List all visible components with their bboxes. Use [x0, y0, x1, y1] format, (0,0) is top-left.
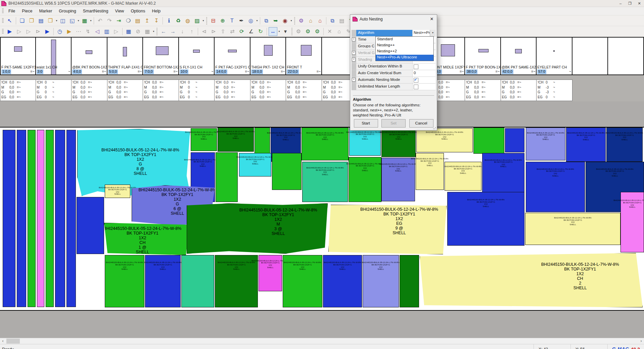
piece-cell-9[interactable]: FRONT T22:0,0=~ — [286, 37, 322, 75]
save-marker-icon[interactable]: ▤ — [37, 16, 45, 25]
marker-log-icon[interactable]: ▤ — [133, 16, 142, 25]
recycle-icon[interactable]: ♻ — [174, 16, 183, 25]
excel-export-dropdown-icon[interactable]: ▾ — [89, 19, 92, 22]
dropdown-option-4[interactable]: Nest++Pro-Ai Ultracore — [376, 55, 433, 61]
checkbox-checked[interactable] — [414, 78, 418, 83]
rotate-point-icon[interactable]: ↻ — [256, 27, 265, 36]
pair-pieces-icon[interactable]: ⧉ — [328, 16, 337, 25]
property-row-unlimited-marker-length[interactable]: Unlimited Marker Length — [352, 84, 435, 90]
property-value[interactable]: Nest++Pr▾ — [413, 30, 435, 36]
piece-settings-icon[interactable]: ⚙ — [297, 16, 306, 25]
marker-piece-3[interactable] — [28, 130, 36, 307]
announce-icon[interactable]: ◁ — [93, 27, 102, 36]
piece-cell-5[interactable]: FRONT BOTTOM-1X2FY1 CH7:0,0=~ — [143, 37, 179, 75]
marker-piece-2[interactable] — [17, 130, 26, 307]
marker-canvas[interactable]: BHI2445150-BULK-05-12-24-L-7%-W-8%BK TOP… — [0, 127, 644, 311]
expand-icon[interactable]: + — [352, 78, 356, 82]
marker-piece-10[interactable]: BHI2445150-BULK-05-12-24-L-7%-W-8%BK BOT… — [218, 128, 254, 152]
marker-piece-29[interactable]: BHI2445150-BULK-05-12-24-L-7%-W-8%BK BOT… — [416, 153, 444, 190]
marker-piece-13[interactable]: BHI2445150-BULK-05-12-24-L-7%-W-8%BK BOT… — [302, 128, 349, 160]
scrollbar-thumb[interactable] — [6, 339, 20, 344]
script-edit-dropdown-icon[interactable]: ▾ — [202, 19, 205, 22]
maximize-button[interactable]: ❐ — [625, 0, 635, 7]
arrow-mode-opt-icon[interactable]: ▾ — [281, 27, 290, 36]
tools-green-icon[interactable]: ⚙ — [304, 27, 312, 36]
expand-icon[interactable]: + — [352, 51, 356, 55]
marker-piece-7[interactable] — [66, 130, 76, 307]
refresh-marker-icon[interactable]: ⟳ — [237, 27, 246, 36]
pointer-tool-icon[interactable]: ↖ — [5, 16, 14, 25]
slide-show-icon[interactable]: ▥ — [102, 27, 111, 36]
home-add-icon[interactable]: ⌂ — [306, 16, 315, 25]
marker-info-icon[interactable]: ℹ — [165, 16, 173, 25]
piece-cell-6[interactable]: S FLY-1X1 CH10:0~ — [179, 37, 215, 75]
piece-cell-7[interactable]: F PKT FAC-1X2FY1 CH14:0,0=~ — [215, 37, 250, 75]
piece-cell-17[interactable] — [572, 37, 608, 75]
menu-file[interactable]: File — [5, 8, 18, 14]
order-table-icon[interactable]: ▦ — [124, 27, 133, 36]
marker-piece-49[interactable]: BHI2445150-BULK-05-12-24-L-7%-W-8%BK BOT… — [323, 255, 362, 307]
dropdown-option-2[interactable]: Nesting++ — [376, 43, 433, 49]
marker-piece-30[interactable]: BHI2445150-BULK-05-12-24-L-7%-W-8%BK BOT… — [445, 162, 481, 191]
marker-piece-51[interactable] — [400, 255, 419, 307]
resize-grip-icon[interactable] — [433, 126, 436, 130]
marker-piece-5[interactable] — [46, 130, 54, 307]
web-search-icon[interactable]: ◍ — [183, 16, 192, 25]
print-preview-icon[interactable]: ◱ — [68, 16, 77, 25]
cancel-button[interactable]: Cancel — [409, 119, 433, 128]
piece-cell-4[interactable]: THIPKT FLAP-1X41 CH5:0,0=~ — [107, 37, 143, 75]
scroll-right-button[interactable]: › — [638, 338, 644, 344]
piece-cell-15[interactable]: @BK PKT SAME-1X2 CH42:0,0=~ — [501, 37, 537, 75]
move-right-icon[interactable]: → — [169, 27, 177, 36]
menu-help[interactable]: Help — [148, 8, 164, 14]
menu-piece[interactable]: Piece — [18, 8, 36, 14]
dropdown-option-1[interactable]: Standard — [376, 37, 433, 43]
property-row-algorithm[interactable]: AlgorithmNest++Pr▾ — [352, 30, 435, 37]
start-button[interactable]: Start — [354, 119, 378, 128]
measure-ruler-icon[interactable]: ⊟ — [209, 16, 218, 25]
menu-marker[interactable]: Marker — [36, 8, 55, 14]
scroll-left-button[interactable]: ‹ — [0, 338, 6, 344]
script-edit-icon[interactable]: ▨ — [193, 16, 201, 25]
add-point-icon[interactable]: ⊕ — [218, 16, 227, 25]
import-piece-icon[interactable]: ↥ — [143, 16, 151, 25]
export-piece-icon[interactable]: ↧ — [152, 16, 161, 25]
combo-arrow-icon[interactable]: ▾ — [430, 30, 435, 36]
marker-piece-45[interactable] — [181, 255, 214, 307]
marker-piece-32[interactable]: BHI2445150-BULK-05-12-24-L-7%-W-8%BK BOT… — [526, 162, 585, 212]
print-icon[interactable]: ◫ — [58, 16, 67, 25]
page-insert-icon[interactable]: ➥ — [271, 16, 280, 25]
marker-piece-47[interactable]: BHI2445150-BULK-05-12-24-L-7%-W-8%BK BOT… — [259, 255, 282, 291]
marker-piece-26[interactable]: BHI2445150-BULK-05-12-24-L-7%-W-8%BK BOT… — [302, 162, 348, 202]
marker-piece-44[interactable]: BHI2445150-BULK-05-12-24-L-7%-W-8%BK BOT… — [145, 255, 181, 307]
new-marker-icon[interactable]: ❏ — [18, 16, 27, 25]
marker-piece-19[interactable]: BHI2445150-BULK-05-12-24-L-7%-W-8%BK BOT… — [526, 128, 565, 160]
marker-piece-36[interactable] — [77, 197, 104, 254]
piece-cell-3[interactable]: @BK PKT BOON-1X2 CH4:0,0=~ — [72, 37, 107, 75]
marker-piece-37[interactable]: BHI2445150-BULK-05-12-24-L-7%-W-8%BK TOP… — [104, 223, 189, 255]
piece-cell-16[interactable]: EYELET PART CH57:0~ — [537, 37, 572, 75]
save-special-icon[interactable]: ❒ — [46, 16, 55, 25]
marker-piece-9[interactable]: BHI2445150-BULK-05-12-24-L-7%-W-8%BK BOT… — [191, 128, 217, 151]
marker-piece-48[interactable]: BHI2445150-BULK-05-12-24-L-7%-W-8%BK BOT… — [283, 255, 322, 307]
piece-cell-18[interactable] — [608, 37, 644, 75]
marker-piece-42[interactable]: BHI2445150-BULK-05-12-24-L-7%-W-8%BK BOT… — [620, 192, 644, 252]
marker-piece-39[interactable]: BHI2445150-BULK-05-12-24-L-7%-W-8%BK TOP… — [328, 205, 447, 254]
marker-piece-34[interactable]: BHI2445150-BULK-05-12-24-L-7%-W-8%BK BOT… — [105, 185, 130, 198]
home-delete-icon[interactable]: ⌂ — [316, 16, 324, 25]
marker-piece-4[interactable] — [37, 130, 44, 307]
marker-piece-25[interactable] — [272, 153, 302, 190]
property-value[interactable]: 0 — [413, 70, 435, 77]
marker-piece-52[interactable]: BHI2445150-BULK-05-12-24-L-7%-W-8%BK TOP… — [420, 253, 643, 307]
menu-options[interactable]: Options — [127, 8, 148, 14]
tools-batch-icon[interactable]: ⚙ — [313, 27, 322, 36]
property-value[interactable] — [413, 77, 435, 83]
marker-piece-17[interactable] — [473, 128, 504, 154]
marker-piece-14[interactable]: BHI2445150-BULK-05-12-24-L-7%-W-8%BK BOT… — [349, 128, 381, 156]
lasso-tool-icon[interactable]: ◉ — [281, 16, 289, 25]
marker-piece-50[interactable]: BHI2445150-BULK-05-12-24-L-7%-W-8%BK BOT… — [363, 255, 399, 307]
menu-view[interactable]: View — [112, 8, 128, 14]
timed-nest-icon[interactable]: ◷ — [55, 27, 64, 36]
expand-icon[interactable]: + — [352, 58, 356, 61]
piece-cell-2[interactable]: waist 1x1 CH3:0~ — [36, 37, 72, 75]
